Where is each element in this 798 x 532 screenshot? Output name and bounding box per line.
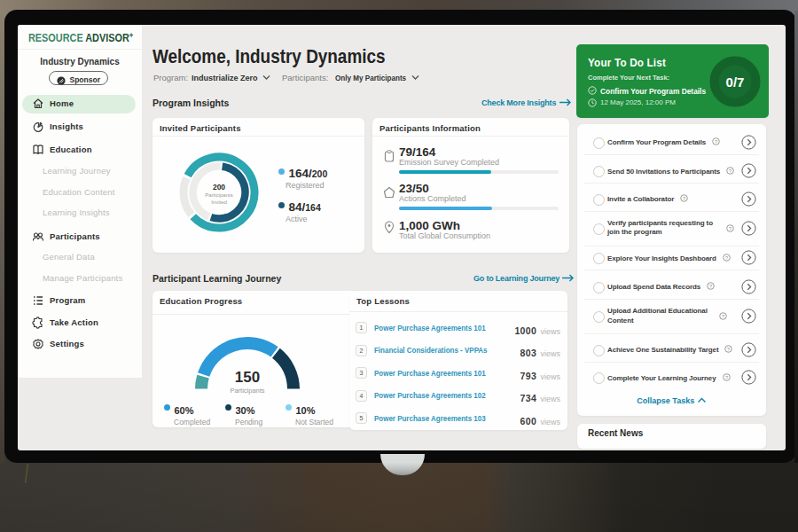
svg-text:?: ? [728, 347, 731, 352]
svg-text:Invited: Invited [211, 200, 227, 205]
svg-text:?: ? [709, 284, 712, 289]
svg-text:?: ? [722, 314, 724, 319]
svg-text:200: 200 [213, 183, 225, 192]
svg-text:Participants: Participants [230, 387, 264, 395]
svg-text:0/7: 0/7 [726, 74, 745, 90]
svg-text:?: ? [725, 254, 728, 260]
svg-text:?: ? [729, 168, 732, 173]
svg-text:Participants: Participants [205, 192, 232, 198]
svg-text:?: ? [683, 196, 685, 201]
svg-text:?: ? [729, 225, 732, 231]
svg-text:150: 150 [235, 369, 260, 386]
svg-text:?: ? [715, 139, 717, 145]
svg-text:?: ? [725, 374, 728, 379]
